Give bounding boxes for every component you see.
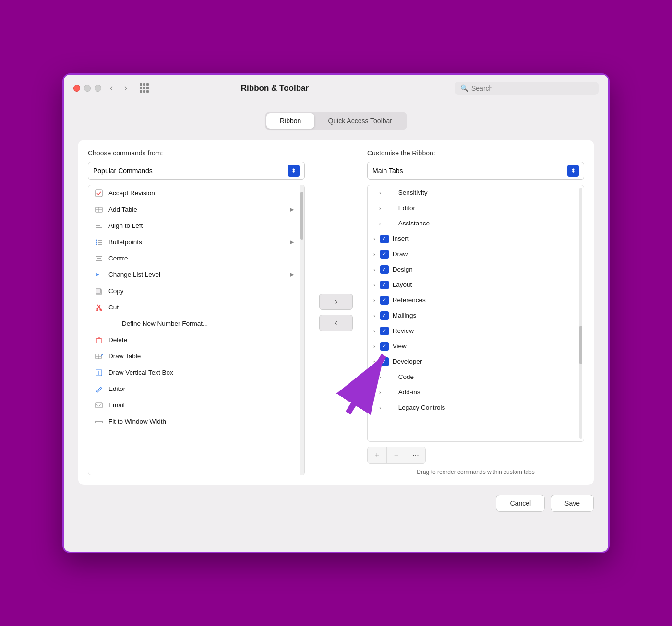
- command-editor[interactable]: Editor: [88, 381, 300, 397]
- more-options-button[interactable]: ···: [406, 447, 425, 463]
- ribbon-item-label: Assistance: [398, 220, 430, 227]
- chevron-icon: ›: [373, 251, 375, 257]
- search-input[interactable]: [471, 84, 593, 92]
- command-fit-to-window-width[interactable]: Fit to Window Width: [88, 413, 300, 430]
- search-box[interactable]: 🔍: [455, 82, 599, 95]
- chevron-icon: ›: [373, 297, 375, 303]
- command-email[interactable]: Email: [88, 397, 300, 413]
- ribbon-checkbox-draw[interactable]: ✓: [380, 250, 389, 259]
- ribbon-item-code[interactable]: › Code: [368, 369, 584, 385]
- ribbon-checkbox-design[interactable]: ✓: [380, 265, 389, 274]
- ribbon-checkbox-mailings[interactable]: ✓: [380, 311, 389, 320]
- ribbon-checkbox-insert[interactable]: ✓: [380, 235, 389, 243]
- close-button[interactable]: [73, 85, 80, 92]
- ribbon-item-references[interactable]: › ✓ References: [368, 293, 584, 308]
- save-button[interactable]: Save: [551, 495, 594, 512]
- ribbon-checkbox-view[interactable]: ✓: [380, 342, 389, 351]
- delete-icon: [94, 335, 104, 345]
- command-label: Align to Left: [108, 222, 143, 229]
- cancel-button[interactable]: Cancel: [496, 495, 545, 512]
- command-label: Cut: [108, 304, 119, 311]
- command-add-table[interactable]: Add Table ▶: [88, 201, 300, 218]
- ribbon-item-review[interactable]: › ✓ Review: [368, 323, 584, 339]
- command-label: Draw Table: [108, 353, 141, 360]
- ribbon-item-label: Design: [393, 266, 413, 273]
- command-delete[interactable]: Delete: [88, 332, 300, 348]
- chevron-icon: ›: [379, 221, 381, 226]
- remove-from-ribbon-button[interactable]: ‹: [319, 315, 353, 331]
- command-label: Change List Level: [108, 271, 160, 278]
- command-label: Fit to Window Width: [108, 418, 166, 425]
- command-label: Centre: [108, 255, 128, 262]
- fit-to-window-icon: [94, 417, 104, 426]
- command-change-list-level[interactable]: Change List Level ▶: [88, 267, 300, 283]
- ribbon-item-assistance[interactable]: › Assistance: [368, 216, 584, 231]
- ribbon-item-layout[interactable]: › ✓ Layout: [368, 277, 584, 293]
- commands-scrollbar[interactable]: [300, 185, 304, 475]
- command-bulletpoints[interactable]: Bulletpoints ▶: [88, 234, 300, 250]
- ribbon-item-add-ins[interactable]: › Add-ins: [368, 385, 584, 400]
- tab-ribbon[interactable]: Ribbon: [266, 113, 314, 129]
- maximize-button[interactable]: [95, 85, 101, 92]
- command-define-number-format[interactable]: Define New Number Format...: [88, 316, 300, 332]
- tab-quick-access[interactable]: Quick Access Toolbar: [314, 113, 406, 129]
- ribbon-item-developer[interactable]: › ✓ Developer: [368, 354, 584, 369]
- ribbon-checkbox-review[interactable]: ✓: [380, 327, 389, 335]
- commands-list-wrapper: Accept Revision Add Table ▶: [88, 185, 305, 475]
- ribbon-item-insert[interactable]: › ✓ Insert: [368, 231, 584, 247]
- svg-point-7: [96, 239, 97, 241]
- command-accept-revision[interactable]: Accept Revision: [88, 185, 300, 201]
- ribbon-item-label: Mailings: [393, 312, 417, 319]
- ribbon-item-label: Code: [398, 373, 414, 380]
- add-item-button[interactable]: +: [368, 447, 387, 463]
- ribbon-dropdown-value: Main Tabs: [372, 167, 403, 175]
- command-label: Editor: [108, 385, 125, 392]
- ribbon-dropdown-arrow: ⬍: [567, 165, 579, 177]
- ribbon-item-mailings[interactable]: › ✓ Mailings: [368, 308, 584, 323]
- ribbon-list: › Sensitivity › Editor › Assistance: [367, 185, 584, 442]
- minimize-button[interactable]: [84, 85, 91, 92]
- ribbon-item-design[interactable]: › ✓ Design: [368, 262, 584, 277]
- add-to-ribbon-button[interactable]: ›: [319, 294, 353, 310]
- ribbon-item-label: Review: [393, 327, 414, 334]
- submenu-arrow: ▶: [290, 206, 294, 213]
- search-icon: 🔍: [460, 84, 468, 92]
- commands-dropdown-value: Popular Commands: [93, 167, 153, 175]
- remove-item-button[interactable]: −: [387, 447, 406, 463]
- change-list-level-icon: [94, 270, 104, 280]
- command-label: Define New Number Format...: [108, 320, 208, 327]
- command-align-left[interactable]: Align to Left: [88, 218, 300, 234]
- bulletpoints-icon: [94, 237, 104, 247]
- tab-group: Ribbon Quick Access Toolbar: [265, 112, 407, 130]
- draw-vertical-text-box-icon: [94, 368, 104, 378]
- no-checkbox: [386, 403, 395, 412]
- ribbon-item-label: Draw: [393, 250, 408, 258]
- command-draw-table[interactable]: Draw Table: [88, 348, 300, 365]
- ribbon-dropdown[interactable]: Main Tabs ⬍: [367, 162, 584, 180]
- commands-dropdown[interactable]: Popular Commands ⬍: [88, 162, 305, 180]
- ribbon-checkbox-layout[interactable]: ✓: [380, 281, 389, 289]
- ribbon-scrollbar-track[interactable]: [579, 188, 582, 439]
- ribbon-item-view[interactable]: › ✓ View: [368, 339, 584, 354]
- command-copy[interactable]: Copy: [88, 283, 300, 299]
- drag-hint: Drag to reorder commands within custom t…: [367, 469, 584, 475]
- commands-dropdown-arrow: ⬍: [288, 165, 300, 177]
- chevron-icon: ›: [373, 267, 375, 272]
- define-number-format-icon: [94, 319, 104, 329]
- copy-icon: [94, 286, 104, 296]
- cut-icon: [94, 303, 104, 312]
- ribbon-item-draw[interactable]: › ✓ Draw: [368, 247, 584, 262]
- ribbon-item-sensitivity[interactable]: › Sensitivity: [368, 185, 584, 201]
- add-table-icon: [94, 205, 104, 214]
- chevron-icon: ›: [373, 343, 375, 349]
- ribbon-checkbox-developer[interactable]: ✓: [380, 357, 389, 366]
- ribbon-item-label: Legacy Controls: [398, 404, 445, 411]
- command-cut[interactable]: Cut: [88, 299, 300, 316]
- ribbon-item-legacy-controls[interactable]: › Legacy Controls: [368, 400, 584, 415]
- command-draw-vertical-text-box[interactable]: Draw Vertical Text Box: [88, 365, 300, 381]
- svg-rect-23: [96, 339, 101, 343]
- ribbon-item-editor[interactable]: › Editor: [368, 201, 584, 216]
- ribbon-checkbox-references[interactable]: ✓: [380, 296, 389, 305]
- command-centre[interactable]: Centre: [88, 250, 300, 267]
- ribbon-item-label: View: [393, 343, 407, 350]
